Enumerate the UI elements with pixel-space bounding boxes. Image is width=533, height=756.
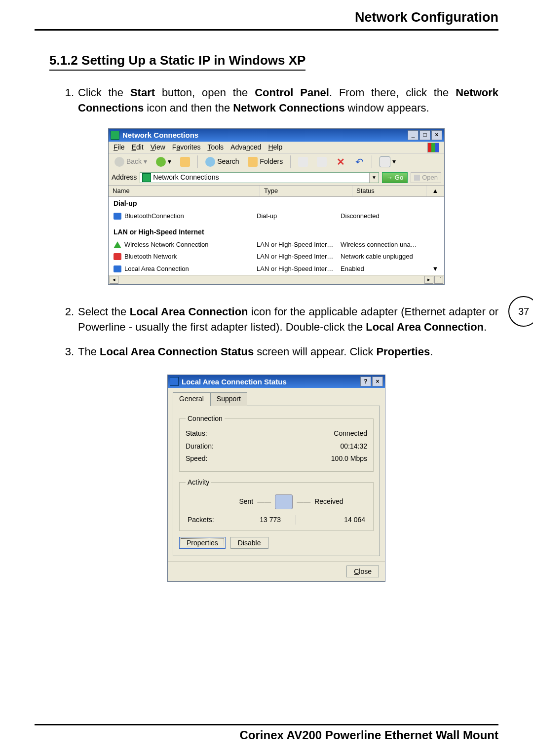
header-type[interactable]: Type [260,186,352,196]
t: Local Area Connection Status [100,345,254,358]
search-label: Search [217,157,239,167]
speed-label: Speed: [186,454,207,464]
list-item[interactable]: Bluetooth Network LAN or High-Speed Inte… [109,251,444,263]
properties-button[interactable]: Properties [179,537,226,549]
tab-support[interactable]: Support [210,392,247,406]
menu-edit[interactable]: Edit [132,143,144,152]
t: icon and then the [144,102,233,114]
t: Local Area Connection [130,305,248,318]
copy-to-button [314,156,330,168]
group-dialup: Dial-up [109,197,444,211]
step-3: 3. The Local Area Connection Status scre… [54,344,498,360]
folders-button[interactable]: Folders [245,156,286,168]
connection-legend: Connection [186,414,225,424]
list-item[interactable]: Local Area Connection LAN or High-Speed … [109,263,444,275]
menu-tools[interactable]: Tools [207,143,224,152]
line: —— [257,497,271,507]
address-dropdown-button[interactable]: ▼ [369,173,379,183]
undo-button[interactable]: ↶ [351,156,367,168]
bluetooth-icon [114,213,121,220]
menu-help[interactable]: Help [268,143,282,152]
header-status[interactable]: Status [352,186,426,196]
forward-button[interactable]: ▾ [153,156,174,168]
window-titlebar[interactable]: Network Connections _ □ × [109,129,444,142]
packets-label: Packets: [188,515,227,525]
forward-arrow-icon [156,157,166,167]
step-2: 2. Select the Local Area Connection icon… [54,304,498,335]
scroll-right-button[interactable]: ▸ [424,276,433,284]
open-label: Open [422,173,438,182]
lan-icon [114,265,121,272]
scroll-down-button[interactable]: ▼ [431,265,439,273]
address-input[interactable]: Network Connections ▼ [140,172,379,183]
connections-list: Name Type Status ▲ Dial-up BluetoothConn… [109,186,444,284]
close-button[interactable]: × [431,130,442,140]
menu-file[interactable]: File [114,143,125,152]
menu-advanced[interactable]: Advanced [230,143,261,152]
move-icon [298,157,308,167]
header-title: Network Configuration [35,10,498,31]
list-item[interactable]: BluetoothConnection Dial-up Disconnected [109,210,444,222]
minimize-button[interactable]: _ [408,130,419,140]
scroll-up-button[interactable]: ▲ [426,186,444,196]
monitors-icon [275,494,293,509]
views-icon [380,156,390,167]
section-heading: 5.1.2 Setting Up a Static IP in Windows … [49,53,305,71]
header-name[interactable]: Name [109,186,260,196]
back-label: Back [126,157,142,167]
cell: LAN or High-Speed Inter… [257,240,341,249]
up-button[interactable] [177,156,193,168]
copy-icon [317,157,327,167]
go-button[interactable]: → Go [382,172,408,183]
packets-received-value: 14 064 [311,515,365,525]
t: screen will appear. Click [254,345,376,358]
connection-group: Connection Status:Connected Duration:00:… [179,414,374,472]
cell: Wireless Network Connection [124,240,209,249]
scroll-left-button[interactable]: ◂ [110,276,118,284]
tab-panel: Connection Status:Connected Duration:00:… [173,406,380,557]
folders-icon [248,157,258,167]
resize-grip-icon[interactable]: ⋰ [434,276,443,284]
cell: Network cable unplugged [341,252,439,261]
menu-bar: File Edit View Favorites Tools Advanced … [109,142,444,153]
horizontal-scrollbar[interactable]: ◂ ▸ ⋰ [109,275,444,284]
cell: Dial-up [257,212,341,221]
sent-label: Sent [239,497,253,507]
cell: LAN or High-Speed Inter… [257,252,341,261]
wireless-icon [114,241,121,248]
cell: Bluetooth Network [124,252,177,261]
views-button[interactable]: ▾ [377,155,399,168]
line: —— [297,497,310,507]
help-button[interactable]: ? [360,377,371,386]
step-2-number: 2. [54,304,78,335]
t: Select the [78,305,130,318]
disable-button[interactable]: Disable [230,537,268,549]
open-icon [414,175,420,181]
back-arrow-icon [114,157,124,167]
duration-value: 00:14:32 [341,442,368,452]
list-item[interactable]: Wireless Network Connection LAN or High-… [109,239,444,251]
menu-view[interactable]: View [151,143,165,152]
delete-button[interactable]: ✕ [333,156,348,168]
tab-general[interactable]: General [173,392,210,406]
windows-flag-icon [427,143,439,152]
close-dialog-button[interactable]: Close [346,566,379,577]
duration-label: Duration: [186,442,214,452]
packets-sent-value: 13 773 [227,515,281,525]
address-icon [142,173,151,182]
received-label: Received [314,497,343,507]
t: . [430,345,433,358]
t: Properties [376,345,430,358]
t: button, open the [155,86,255,99]
back-button: Back ▾ [112,156,150,168]
bluetooth-net-icon [114,253,121,260]
app-icon [111,131,119,140]
menu-favorites[interactable]: Favorites [172,143,201,152]
search-button[interactable]: Search [202,156,242,168]
close-button[interactable]: × [372,377,383,386]
dialog-title: Local Area Connection Status [182,377,287,387]
t: . From there, click the [329,86,456,99]
screenshot-network-connections: Network Connections _ □ × File Edit View… [108,128,445,285]
dialog-titlebar[interactable]: Local Area Connection Status ? × [168,375,385,388]
maximize-button[interactable]: □ [419,130,430,140]
